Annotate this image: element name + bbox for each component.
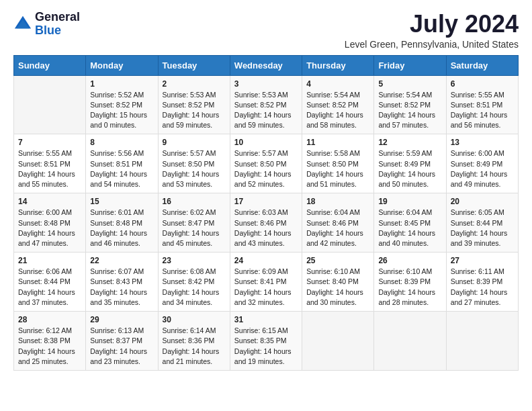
day-number: 10 — [234, 138, 298, 147]
day-cell: 21Sunrise: 6:06 AMSunset: 8:44 PMDayligh… — [14, 253, 86, 312]
day-cell: 9Sunrise: 5:57 AMSunset: 8:50 PMDaylight… — [158, 134, 230, 193]
day-number: 9 — [163, 138, 226, 147]
day-info: Sunrise: 6:02 AMSunset: 8:47 PMDaylight:… — [163, 208, 226, 248]
day-number: 12 — [378, 138, 441, 147]
day-number: 18 — [306, 197, 369, 206]
day-number: 5 — [378, 79, 441, 89]
day-info: Sunrise: 5:58 AMSunset: 8:50 PMDaylight:… — [306, 148, 369, 189]
day-number: 3 — [234, 79, 298, 89]
calendar-table: SundayMondayTuesdayWednesdayThursdayFrid… — [13, 55, 519, 371]
day-cell: 3Sunrise: 5:53 AMSunset: 8:52 PMDaylight… — [230, 75, 302, 134]
week-row-2: 14Sunrise: 6:00 AMSunset: 8:48 PMDayligh… — [14, 193, 519, 253]
day-info: Sunrise: 5:59 AMSunset: 8:49 PMDaylight:… — [378, 148, 441, 189]
day-info: Sunrise: 6:15 AMSunset: 8:35 PMDaylight:… — [234, 326, 298, 367]
week-row-1: 7Sunrise: 5:55 AMSunset: 8:51 PMDaylight… — [14, 134, 519, 193]
day-info: Sunrise: 6:00 AMSunset: 8:48 PMDaylight:… — [18, 208, 81, 248]
day-cell — [374, 312, 446, 371]
day-cell: 19Sunrise: 6:04 AMSunset: 8:45 PMDayligh… — [374, 193, 446, 253]
day-cell: 20Sunrise: 6:05 AMSunset: 8:44 PMDayligh… — [446, 193, 518, 253]
day-cell: 31Sunrise: 6:15 AMSunset: 8:35 PMDayligh… — [230, 312, 302, 371]
day-number: 15 — [90, 197, 153, 206]
day-info: Sunrise: 5:54 AMSunset: 8:52 PMDaylight:… — [306, 90, 369, 131]
day-cell: 17Sunrise: 6:03 AMSunset: 8:46 PMDayligh… — [230, 193, 302, 253]
day-number: 17 — [234, 197, 298, 206]
day-cell: 24Sunrise: 6:09 AMSunset: 8:41 PMDayligh… — [230, 253, 302, 312]
header-cell-friday: Friday — [374, 55, 446, 75]
day-info: Sunrise: 5:53 AMSunset: 8:52 PMDaylight:… — [234, 90, 298, 131]
logo-blue: Blue — [35, 24, 80, 38]
day-cell: 7Sunrise: 5:55 AMSunset: 8:51 PMDaylight… — [14, 134, 86, 193]
day-info: Sunrise: 5:55 AMSunset: 8:51 PMDaylight:… — [451, 90, 514, 131]
day-cell: 18Sunrise: 6:04 AMSunset: 8:46 PMDayligh… — [302, 193, 374, 253]
header: General Blue July 2024 Level Green, Penn… — [13, 11, 519, 50]
header-cell-monday: Monday — [86, 55, 158, 75]
day-info: Sunrise: 5:55 AMSunset: 8:51 PMDaylight:… — [18, 148, 81, 189]
day-info: Sunrise: 6:10 AMSunset: 8:39 PMDaylight:… — [378, 267, 441, 308]
day-cell: 5Sunrise: 5:54 AMSunset: 8:52 PMDaylight… — [374, 75, 446, 134]
day-info: Sunrise: 6:10 AMSunset: 8:40 PMDaylight:… — [306, 267, 369, 308]
day-number: 26 — [378, 256, 441, 265]
day-cell: 14Sunrise: 6:00 AMSunset: 8:48 PMDayligh… — [14, 193, 86, 253]
title-area: July 2024 Level Green, Pennsylvania, Uni… — [345, 11, 519, 50]
day-number: 13 — [451, 138, 514, 147]
day-info: Sunrise: 6:05 AMSunset: 8:44 PMDaylight:… — [451, 208, 514, 248]
day-cell: 29Sunrise: 6:13 AMSunset: 8:37 PMDayligh… — [86, 312, 158, 371]
day-number: 16 — [163, 197, 226, 206]
day-info: Sunrise: 5:57 AMSunset: 8:50 PMDaylight:… — [234, 148, 298, 189]
header-cell-tuesday: Tuesday — [158, 55, 230, 75]
day-cell — [446, 312, 518, 371]
day-number: 1 — [90, 79, 153, 89]
header-cell-sunday: Sunday — [14, 55, 86, 75]
day-cell: 16Sunrise: 6:02 AMSunset: 8:47 PMDayligh… — [158, 193, 230, 253]
day-info: Sunrise: 5:57 AMSunset: 8:50 PMDaylight:… — [163, 148, 226, 189]
day-number: 19 — [378, 197, 441, 206]
day-info: Sunrise: 6:00 AMSunset: 8:49 PMDaylight:… — [451, 148, 514, 189]
day-info: Sunrise: 6:11 AMSunset: 8:39 PMDaylight:… — [451, 267, 514, 308]
day-number: 21 — [18, 256, 81, 265]
logo-general: General — [35, 11, 80, 24]
day-info: Sunrise: 6:08 AMSunset: 8:42 PMDaylight:… — [163, 267, 226, 308]
header-cell-saturday: Saturday — [446, 55, 518, 75]
day-cell: 10Sunrise: 5:57 AMSunset: 8:50 PMDayligh… — [230, 134, 302, 193]
day-cell — [302, 312, 374, 371]
header-cell-thursday: Thursday — [302, 55, 374, 75]
day-cell: 2Sunrise: 5:53 AMSunset: 8:52 PMDaylight… — [158, 75, 230, 134]
day-cell: 30Sunrise: 6:14 AMSunset: 8:36 PMDayligh… — [158, 312, 230, 371]
day-cell: 28Sunrise: 6:12 AMSunset: 8:38 PMDayligh… — [14, 312, 86, 371]
day-number: 8 — [90, 138, 153, 147]
day-info: Sunrise: 6:12 AMSunset: 8:38 PMDaylight:… — [18, 326, 81, 367]
day-cell: 12Sunrise: 5:59 AMSunset: 8:49 PMDayligh… — [374, 134, 446, 193]
day-cell: 11Sunrise: 5:58 AMSunset: 8:50 PMDayligh… — [302, 134, 374, 193]
day-number: 29 — [90, 315, 153, 324]
day-info: Sunrise: 6:14 AMSunset: 8:36 PMDaylight:… — [163, 326, 226, 367]
logo-text: General Blue — [35, 11, 80, 38]
day-info: Sunrise: 6:04 AMSunset: 8:46 PMDaylight:… — [306, 208, 369, 248]
day-number: 27 — [451, 256, 514, 265]
day-cell — [14, 75, 86, 134]
week-row-4: 28Sunrise: 6:12 AMSunset: 8:38 PMDayligh… — [14, 312, 519, 371]
day-number: 20 — [451, 197, 514, 206]
day-info: Sunrise: 6:09 AMSunset: 8:41 PMDaylight:… — [234, 267, 298, 308]
day-info: Sunrise: 5:54 AMSunset: 8:52 PMDaylight:… — [378, 90, 441, 131]
day-cell: 26Sunrise: 6:10 AMSunset: 8:39 PMDayligh… — [374, 253, 446, 312]
calendar-header: SundayMondayTuesdayWednesdayThursdayFrid… — [14, 55, 519, 75]
day-number: 11 — [306, 138, 369, 147]
day-cell: 1Sunrise: 5:52 AMSunset: 8:52 PMDaylight… — [86, 75, 158, 134]
day-number: 25 — [306, 256, 369, 265]
day-cell: 22Sunrise: 6:07 AMSunset: 8:43 PMDayligh… — [86, 253, 158, 312]
day-number: 24 — [234, 256, 298, 265]
day-info: Sunrise: 6:04 AMSunset: 8:45 PMDaylight:… — [378, 208, 441, 248]
day-number: 23 — [163, 256, 226, 265]
day-cell: 8Sunrise: 5:56 AMSunset: 8:51 PMDaylight… — [86, 134, 158, 193]
day-number: 28 — [18, 315, 81, 324]
day-info: Sunrise: 5:56 AMSunset: 8:51 PMDaylight:… — [90, 148, 153, 189]
day-number: 22 — [90, 256, 153, 265]
day-info: Sunrise: 5:53 AMSunset: 8:52 PMDaylight:… — [163, 90, 226, 131]
day-number: 14 — [18, 197, 81, 206]
day-cell: 27Sunrise: 6:11 AMSunset: 8:39 PMDayligh… — [446, 253, 518, 312]
day-number: 6 — [451, 79, 514, 89]
logo: General Blue — [13, 11, 80, 38]
subtitle: Level Green, Pennsylvania, United States — [345, 39, 519, 50]
day-info: Sunrise: 6:13 AMSunset: 8:37 PMDaylight:… — [90, 326, 153, 367]
day-info: Sunrise: 6:07 AMSunset: 8:43 PMDaylight:… — [90, 267, 153, 308]
